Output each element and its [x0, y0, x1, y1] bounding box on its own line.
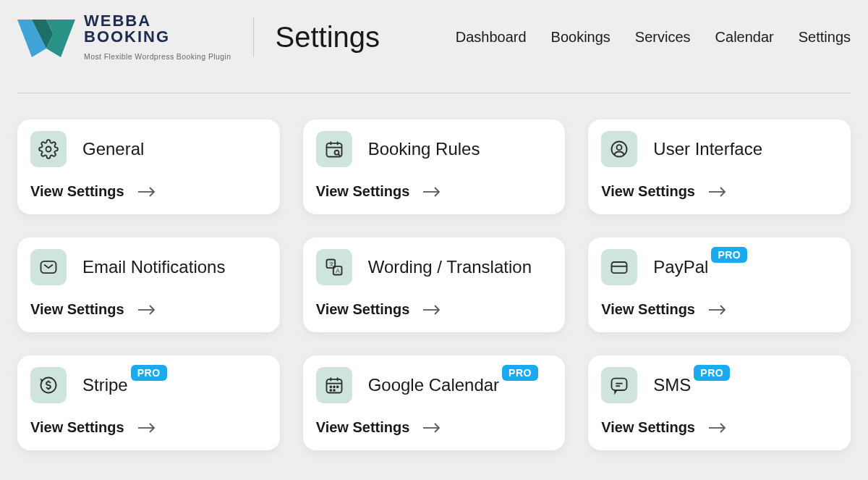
arrow-right-icon — [422, 304, 441, 316]
view-settings-link[interactable]: View Settings — [30, 419, 156, 436]
card-title: Email Notifications — [82, 257, 225, 277]
view-settings-link[interactable]: View Settings — [316, 183, 442, 200]
page-title: Settings — [276, 21, 380, 54]
svg-point-10 — [617, 145, 622, 150]
user-circle-icon — [601, 131, 637, 167]
svg-text:文: 文 — [329, 261, 334, 266]
arrow-right-icon — [137, 304, 156, 316]
settings-grid: General View Settings — [17, 119, 851, 450]
arrow-right-icon — [708, 304, 727, 316]
view-settings-link[interactable]: View Settings — [601, 183, 727, 200]
card-booking-rules: Booking Rules View Settings — [303, 119, 566, 214]
header-divider — [17, 93, 851, 93]
logo-line2: BOOKING — [84, 29, 231, 45]
logo-mark-icon — [17, 14, 75, 60]
arrow-right-icon — [137, 186, 156, 198]
gear-icon — [30, 131, 67, 167]
card-general: General View Settings — [17, 119, 280, 214]
view-label: View Settings — [30, 183, 124, 200]
svg-line-7 — [338, 154, 339, 156]
arrow-right-icon — [137, 422, 156, 434]
view-settings-link[interactable]: View Settings — [316, 419, 442, 436]
pro-badge: PRO — [711, 247, 747, 263]
translate-icon: 文 A — [316, 249, 352, 285]
view-label: View Settings — [316, 301, 410, 318]
card-title: PayPal — [653, 257, 708, 277]
arrow-right-icon — [708, 422, 727, 434]
svg-point-6 — [334, 151, 339, 155]
card-title: Stripe — [82, 375, 128, 395]
pro-badge: PRO — [502, 365, 538, 381]
view-label: View Settings — [601, 301, 695, 318]
card-wording-translation: 文 A Wording / Translation View Settings — [303, 237, 566, 332]
svg-point-30 — [330, 386, 331, 387]
svg-point-34 — [333, 390, 335, 391]
svg-point-33 — [330, 390, 331, 391]
view-label: View Settings — [601, 183, 695, 200]
pro-badge: PRO — [131, 365, 167, 381]
view-settings-link[interactable]: View Settings — [601, 301, 727, 318]
svg-rect-19 — [612, 262, 627, 273]
card-title: Booking Rules — [368, 139, 480, 159]
header-left: WEBBA BOOKING Most Flexible Wordpress Bo… — [17, 13, 380, 61]
nav-dashboard[interactable]: Dashboard — [456, 29, 527, 46]
view-label: View Settings — [316, 183, 410, 200]
view-settings-link[interactable]: View Settings — [30, 183, 156, 200]
title-divider — [253, 17, 254, 56]
card-stripe: Stripe PRO View Settings — [17, 355, 280, 450]
card-title: Google Calendar — [368, 375, 499, 395]
nav-settings[interactable]: Settings — [799, 29, 851, 46]
card-sms: SMS PRO View Settings — [588, 355, 851, 450]
logo: WEBBA BOOKING Most Flexible Wordpress Bo… — [17, 13, 231, 61]
view-label: View Settings — [316, 419, 410, 436]
view-label: View Settings — [30, 419, 124, 436]
main-nav: Dashboard Bookings Services Calendar Set… — [456, 29, 851, 46]
svg-point-32 — [336, 386, 338, 387]
nav-bookings[interactable]: Bookings — [551, 29, 610, 46]
arrow-right-icon — [422, 186, 441, 198]
svg-rect-36 — [612, 379, 627, 390]
calendar-grid-icon — [316, 367, 352, 403]
calendar-search-icon — [316, 131, 352, 167]
svg-point-31 — [333, 386, 335, 387]
arrow-right-icon — [422, 422, 441, 434]
view-settings-link[interactable]: View Settings — [601, 419, 727, 436]
card-icon — [601, 249, 637, 285]
view-settings-link[interactable]: View Settings — [30, 301, 156, 318]
card-title: Wording / Translation — [368, 257, 532, 277]
card-title: User Interface — [653, 139, 762, 159]
header: WEBBA BOOKING Most Flexible Wordpress Bo… — [17, 0, 851, 74]
card-paypal: PayPal PRO View Settings — [588, 237, 851, 332]
card-title: SMS — [653, 375, 691, 395]
card-user-interface: User Interface View Settings — [588, 119, 851, 214]
pro-badge: PRO — [694, 365, 730, 381]
logo-text: WEBBA BOOKING Most Flexible Wordpress Bo… — [84, 13, 231, 61]
logo-line1: WEBBA — [84, 13, 231, 29]
nav-calendar[interactable]: Calendar — [715, 29, 774, 46]
envelope-icon — [30, 249, 67, 285]
view-label: View Settings — [30, 301, 124, 318]
view-settings-link[interactable]: View Settings — [316, 301, 442, 318]
logo-tagline: Most Flexible Wordpress Booking Plugin — [84, 52, 231, 61]
nav-services[interactable]: Services — [635, 29, 691, 46]
svg-point-0 — [46, 147, 51, 152]
svg-text:A: A — [336, 268, 340, 274]
card-email-notifications: Email Notifications View Settings — [17, 237, 280, 332]
view-label: View Settings — [601, 419, 695, 436]
dollar-circle-icon — [30, 367, 67, 403]
chat-icon — [601, 367, 637, 403]
card-title: General — [82, 139, 144, 159]
arrow-right-icon — [708, 186, 727, 198]
card-google-calendar: Google Calendar PRO View Settings — [303, 355, 566, 450]
